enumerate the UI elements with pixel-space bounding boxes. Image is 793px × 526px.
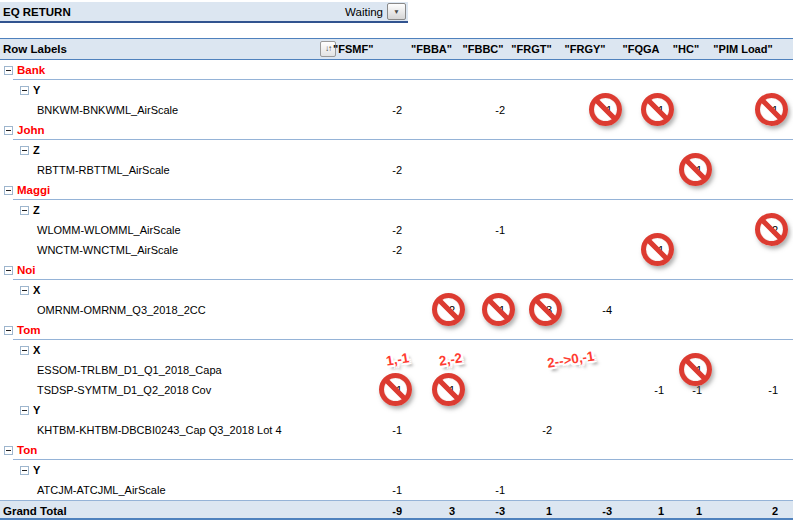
collapse-minus-icon[interactable] — [20, 346, 29, 355]
value-cell[interactable]: 1 — [705, 100, 781, 120]
group-label[interactable]: Maggi — [17, 184, 50, 196]
collapse-minus-icon[interactable] — [4, 66, 13, 75]
column-header[interactable]: "FBBC" — [458, 43, 508, 55]
value-cell[interactable] — [667, 300, 705, 320]
value-cell[interactable] — [555, 160, 615, 180]
value-cell[interactable]: -2 — [508, 420, 555, 440]
group-label[interactable]: Z — [33, 144, 40, 156]
row-label-cell[interactable]: ESSOM-TRLBM_D1_Q1_2018_Capa — [0, 364, 330, 376]
filter-value[interactable]: Waiting — [345, 6, 383, 18]
value-cell[interactable] — [405, 420, 458, 440]
group-label[interactable]: X — [33, 284, 40, 296]
value-cell[interactable]: -4 — [555, 300, 615, 320]
column-header[interactable]: "PIM Load" — [705, 43, 781, 55]
value-cell[interactable]: -1 — [330, 420, 405, 440]
group-label[interactable]: Ton — [17, 444, 37, 456]
column-header[interactable]: "FQGA — [615, 43, 667, 55]
collapse-minus-icon[interactable] — [4, 186, 13, 195]
value-cell[interactable] — [615, 480, 667, 500]
value-cell[interactable]: 2 — [705, 220, 781, 240]
value-cell[interactable] — [555, 220, 615, 240]
group-label[interactable]: Z — [33, 204, 40, 216]
value-cell[interactable] — [458, 380, 508, 400]
column-header[interactable]: "HC" — [667, 43, 705, 55]
group-label[interactable]: X — [33, 344, 40, 356]
value-cell[interactable]: -2 — [330, 220, 405, 240]
value-cell[interactable] — [508, 480, 555, 500]
value-cell[interactable]: -1 — [458, 480, 508, 500]
filter-dropdown-button[interactable]: ▼ — [387, 3, 406, 20]
value-cell[interactable] — [705, 420, 781, 440]
column-header[interactable]: "FRGY" — [555, 43, 615, 55]
group-label[interactable]: Y — [33, 84, 40, 96]
value-cell[interactable] — [405, 480, 458, 500]
value-cell[interactable]: 3 — [508, 300, 555, 320]
value-cell[interactable]: 2-->0,-1 — [508, 360, 555, 380]
value-cell[interactable] — [508, 240, 555, 260]
value-cell[interactable] — [405, 220, 458, 240]
value-cell[interactable] — [667, 480, 705, 500]
row-label-cell[interactable]: ATCJM-ATCJML_AirScale — [0, 484, 330, 496]
value-cell[interactable] — [555, 420, 615, 440]
row-label-cell[interactable]: TSDSP-SYMTM_D1_Q2_2018 Cov — [0, 384, 330, 396]
collapse-minus-icon[interactable] — [20, 406, 29, 415]
collapse-minus-icon[interactable] — [4, 126, 13, 135]
value-cell[interactable] — [555, 380, 615, 400]
group-label[interactable]: John — [17, 124, 44, 136]
value-cell-grand-total[interactable]: 1 — [615, 501, 667, 521]
value-cell[interactable]: 1 — [405, 380, 458, 400]
row-label-cell[interactable]: KHTBM-KHTBM-DBCBI0243_Cap Q3_2018 Lot 4 — [0, 424, 330, 436]
row-label-cell[interactable]: BNKWM-BNKWML_AirScale — [0, 104, 330, 116]
value-cell[interactable]: -1 — [615, 380, 667, 400]
value-cell[interactable]: 1 — [615, 100, 667, 120]
value-cell-grand-total[interactable]: 2 — [705, 501, 781, 521]
value-cell[interactable]: -1 — [458, 220, 508, 240]
collapse-minus-icon[interactable] — [20, 206, 29, 215]
value-cell-grand-total[interactable]: -9 — [330, 501, 405, 521]
column-header[interactable]: "FBBA" — [405, 43, 458, 55]
value-cell[interactable] — [458, 360, 508, 380]
collapse-minus-icon[interactable] — [20, 86, 29, 95]
row-label-cell[interactable]: WNCTM-WNCTML_AirScale — [0, 244, 330, 256]
value-cell[interactable] — [458, 420, 508, 440]
value-cell[interactable] — [508, 160, 555, 180]
value-cell[interactable] — [705, 480, 781, 500]
value-cell[interactable] — [705, 300, 781, 320]
value-cell[interactable] — [615, 160, 667, 180]
value-cell[interactable]: -1 — [705, 380, 781, 400]
value-cell[interactable] — [508, 380, 555, 400]
value-cell[interactable]: 2 — [405, 300, 458, 320]
group-label[interactable]: Y — [33, 464, 40, 476]
value-cell[interactable] — [458, 240, 508, 260]
row-labels-header-cell[interactable]: Row Labels ↓↑ — [0, 41, 330, 57]
value-cell[interactable] — [667, 220, 705, 240]
value-cell[interactable] — [405, 240, 458, 260]
value-cell-grand-total[interactable]: 1 — [667, 501, 705, 521]
value-cell-grand-total[interactable]: -3 — [458, 501, 508, 521]
group-label[interactable]: Y — [33, 404, 40, 416]
value-cell[interactable] — [508, 100, 555, 120]
value-cell[interactable] — [508, 220, 555, 240]
value-cell[interactable]: 1 — [458, 300, 508, 320]
row-label-cell[interactable]: RBTTM-RBTTML_AirScale — [0, 164, 330, 176]
value-cell[interactable]: 1 — [330, 380, 405, 400]
collapse-minus-icon[interactable] — [4, 326, 13, 335]
value-cell[interactable] — [405, 160, 458, 180]
value-cell[interactable] — [405, 100, 458, 120]
value-cell[interactable]: -2 — [330, 100, 405, 120]
group-label[interactable]: Bank — [17, 64, 45, 76]
value-cell[interactable]: 1 — [555, 100, 615, 120]
collapse-minus-icon[interactable] — [20, 286, 29, 295]
collapse-minus-icon[interactable] — [20, 466, 29, 475]
value-cell[interactable]: 1 — [667, 360, 705, 380]
column-header[interactable]: "FRGT" — [508, 43, 555, 55]
value-cell-grand-total[interactable]: 3 — [405, 501, 458, 521]
group-label[interactable]: Tom — [17, 324, 40, 336]
value-cell[interactable]: -2 — [458, 100, 508, 120]
value-cell[interactable]: -2 — [330, 240, 405, 260]
value-cell[interactable] — [330, 300, 405, 320]
column-header[interactable]: "FSMF" — [330, 43, 405, 55]
value-cell[interactable] — [615, 420, 667, 440]
row-label-cell[interactable]: WLOMM-WLOMML_AirScale — [0, 224, 330, 236]
value-cell[interactable] — [555, 480, 615, 500]
